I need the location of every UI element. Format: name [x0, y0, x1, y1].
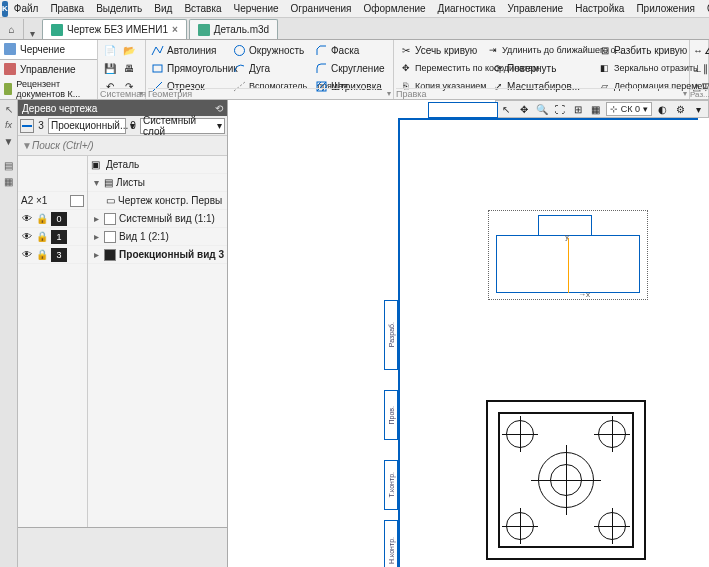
rectangle-button[interactable]: Прямоугольник: [149, 62, 229, 75]
expand-icon[interactable]: ▾: [387, 89, 391, 98]
panel-footer: [18, 527, 227, 567]
fillet-button[interactable]: Скругление: [313, 62, 383, 75]
pan-icon[interactable]: ✥: [516, 102, 532, 116]
view-num: 3: [51, 248, 67, 262]
tab-dropdown-icon[interactable]: ▾: [24, 28, 40, 39]
fit-icon[interactable]: ⛶: [552, 102, 568, 116]
i1-icon[interactable]: ⊥: [693, 60, 702, 76]
lock-icon[interactable]: 🔒: [36, 213, 48, 224]
part-icon: ▣: [91, 159, 103, 170]
ortho-icon[interactable]: ⊞: [570, 102, 586, 116]
layer-dropdown[interactable]: Системный слой▾: [140, 118, 225, 134]
view-row-2[interactable]: 👁🔒3: [18, 246, 87, 264]
ribbon-tab-manage[interactable]: Управление: [0, 60, 97, 79]
menu-manage[interactable]: Управление: [502, 3, 570, 14]
arc-button[interactable]: Дуга: [231, 62, 311, 75]
expand-icon[interactable]: ▸: [91, 249, 101, 260]
menu-apps[interactable]: Приложения: [630, 3, 701, 14]
menu-diagnostics[interactable]: Диагностика: [432, 3, 502, 14]
i2-icon[interactable]: ∥: [703, 60, 708, 76]
ribbon-group-edit: ✂Усечь кривую ⇥Удлинить до ближайшего о.…: [394, 40, 690, 99]
panel2-icon[interactable]: ▦: [2, 174, 16, 188]
tree-view-2[interactable]: ▸Проекционный вид 3: [88, 246, 227, 264]
menu-view[interactable]: Вид: [148, 3, 178, 14]
view-row-1[interactable]: 👁🔒1: [18, 228, 87, 246]
save-button[interactable]: 💾: [101, 62, 118, 75]
menu-decoration[interactable]: Оформление: [358, 3, 432, 14]
chamfer-button[interactable]: Фаска: [313, 44, 383, 57]
lock-icon[interactable]: 🔒: [36, 249, 48, 260]
panel1-icon[interactable]: ▤: [2, 158, 16, 172]
menu-insert[interactable]: Вставка: [178, 3, 227, 14]
cursor-icon[interactable]: ↖: [498, 102, 514, 116]
expand-icon[interactable]: ▾: [683, 89, 687, 98]
expand-icon[interactable]: ▾: [139, 89, 143, 98]
menu-file[interactable]: Файл: [8, 3, 45, 14]
trim-button[interactable]: ✂Усечь кривую: [397, 44, 482, 57]
tree-sheets[interactable]: ▾▤Листы: [88, 174, 227, 192]
filter-icon[interactable]: ▼: [2, 134, 16, 148]
more1-icon[interactable]: ◐: [654, 102, 670, 116]
ribbon-tab-drawing[interactable]: Черчение: [0, 40, 97, 60]
search-input[interactable]: [32, 140, 223, 151]
drawing-canvas[interactable]: ↖ ✥ 🔍 ⛶ ⊞ ▦ ⊹ СК 0 ▾ ◐ ⚙ ▾ Разраб. Пров.…: [228, 100, 709, 567]
collapse-icon[interactable]: ▾: [91, 177, 101, 188]
circle-button[interactable]: Окружность: [231, 44, 311, 57]
axis-tl-h: [502, 434, 538, 435]
menu-settings[interactable]: Настройка: [569, 3, 630, 14]
tree-view-1[interactable]: ▸Вид 1 (2:1): [88, 228, 227, 246]
view-dropdown[interactable]: Проекционный...▾: [48, 118, 126, 134]
filter-icon[interactable]: ▼: [22, 140, 32, 151]
trim-icon: ✂: [399, 44, 412, 57]
tree-view-0[interactable]: ▸Системный вид (1:1): [88, 210, 227, 228]
center-axis-h: [531, 480, 601, 481]
menu-bar: K Файл Правка Выделить Вид Вставка Черче…: [0, 0, 709, 18]
lock-icon[interactable]: 🔒: [36, 231, 48, 242]
split-button[interactable]: ⊟Разбить кривую: [596, 44, 686, 57]
move-button[interactable]: ✥Переместить по координатам: [397, 62, 487, 75]
autoline-button[interactable]: Автолиния: [149, 44, 229, 57]
orientation-icon[interactable]: [70, 195, 84, 207]
grid-icon[interactable]: ▦: [588, 102, 604, 116]
axis-bl-h: [502, 526, 538, 527]
work-area: ↖ fx ▼ ▤ ▦ Дерево чертежа ⟲ 3 Проекционн…: [0, 100, 709, 567]
extend-button[interactable]: ⇥Удлинить до ближайшего о...: [484, 44, 594, 57]
home-button[interactable]: ⌂: [0, 19, 24, 39]
document-tab-part[interactable]: Деталь.m3d: [189, 19, 278, 39]
view-row-0[interactable]: 👁🔒0: [18, 210, 87, 228]
expand-icon[interactable]: ▸: [91, 213, 101, 224]
expand-icon[interactable]: ▸: [91, 231, 101, 242]
open-button[interactable]: 📂: [120, 44, 137, 57]
fx-icon[interactable]: fx: [2, 118, 16, 132]
rotate-button[interactable]: ⟳Повернуть: [489, 62, 594, 75]
eye-icon[interactable]: 👁: [21, 249, 33, 260]
menu-constraints[interactable]: Ограничения: [285, 3, 358, 14]
pin-icon[interactable]: ⟲: [215, 103, 223, 114]
dim-icon[interactable]: ↔: [693, 42, 703, 58]
tree-row-blank: [18, 156, 87, 192]
tree-sheet-item[interactable]: ▭Чертеж констр. Первы: [88, 192, 227, 210]
ribbon-tab-review[interactable]: Рецензент документов К...: [0, 79, 97, 99]
print-button[interactable]: 🖶: [120, 62, 137, 75]
more2-icon[interactable]: ⚙: [672, 102, 688, 116]
line-style-icon[interactable]: [20, 119, 34, 133]
tree-root[interactable]: ▣Деталь: [88, 156, 227, 174]
document-tab-drawing[interactable]: Чертеж БЕЗ ИМЕНИ1 ×: [42, 19, 187, 39]
eye-icon[interactable]: 👁: [21, 231, 33, 242]
menu-edit[interactable]: Правка: [44, 3, 90, 14]
cs-dropdown[interactable]: ⊹ СК 0 ▾: [606, 102, 652, 116]
style-num: 3: [36, 120, 46, 131]
close-icon[interactable]: ×: [172, 24, 178, 35]
menu-window[interactable]: Окно: [701, 3, 709, 14]
mirror-button[interactable]: ◧Зеркально отразить: [596, 62, 686, 75]
more3-icon[interactable]: ▾: [690, 102, 706, 116]
eye-icon[interactable]: 👁: [21, 213, 33, 224]
menu-select[interactable]: Выделить: [90, 3, 148, 14]
menu-drawing[interactable]: Черчение: [228, 3, 285, 14]
new-button[interactable]: 📄: [101, 44, 118, 57]
zoom-icon[interactable]: 🔍: [534, 102, 550, 116]
dim2-icon[interactable]: ∠: [704, 42, 709, 58]
cursor-icon[interactable]: ↖: [2, 102, 16, 116]
split-icon: ⊟: [598, 44, 611, 57]
side-label-1: Пров.: [384, 390, 398, 440]
